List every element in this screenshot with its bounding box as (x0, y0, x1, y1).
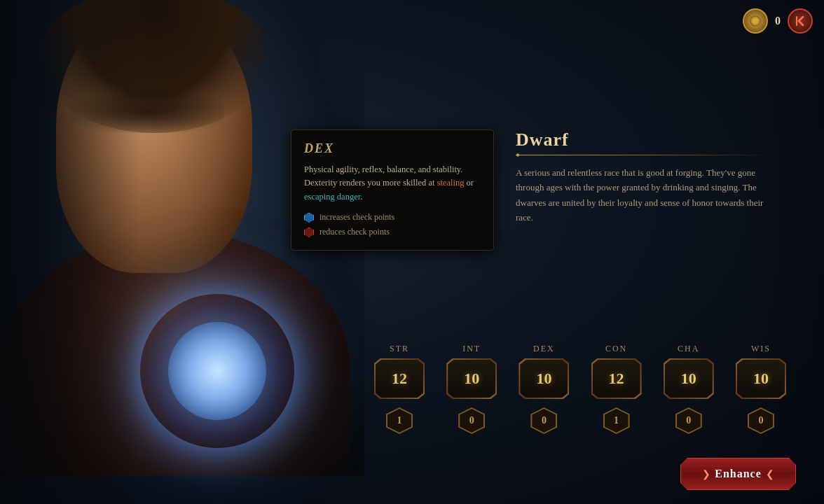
stat-box-wis[interactable]: 10 (733, 360, 789, 398)
magic-orb (140, 294, 294, 448)
mod-wrap-wis: 0 (733, 407, 789, 434)
dex-tooltip-title: DEX (304, 141, 481, 156)
legend-increase: increases check points (304, 212, 481, 223)
stat-label-con: CON (589, 344, 645, 354)
top-right-icons: 0 (743, 8, 813, 34)
stat-label-cha: CHA (661, 344, 717, 354)
race-divider (516, 155, 768, 155)
stat-labels-row: STR INT DEX CON CHA WIS (364, 344, 796, 354)
dex-middle-text: or (464, 178, 474, 188)
enhance-button-label: Enhance (715, 468, 762, 480)
mod-wrap-cha: 0 (661, 407, 717, 434)
stat-value-cha: 10 (681, 370, 696, 388)
stat-label-wis: WIS (733, 344, 789, 354)
race-panel: Dwarf A serious and relentless race that… (516, 130, 768, 225)
mod-value-int: 0 (469, 415, 474, 426)
stat-box-con[interactable]: 12 (589, 360, 645, 398)
dex-legend: increases check points reduces check poi… (304, 212, 481, 237)
dex-end-text: . (360, 192, 362, 202)
stat-value-con: 12 (609, 370, 624, 388)
enhance-left-arrow-icon: ❯ (702, 468, 710, 480)
mod-value-con: 1 (614, 415, 619, 426)
stat-value-str: 12 (392, 370, 407, 388)
mod-hex-dex: 0 (530, 407, 557, 434)
race-description: A serious and relentless race that is go… (516, 165, 768, 225)
mod-hex-cha: 0 (675, 407, 702, 434)
dex-highlight-stealing: stealing (437, 178, 465, 188)
dex-highlight-escaping: escaping danger (304, 192, 360, 202)
dex-tooltip-panel: DEX Physical agility, reflex, balance, a… (291, 130, 494, 251)
mod-wrap-dex: 0 (516, 407, 572, 434)
stat-value-dex: 10 (536, 370, 551, 388)
legend-reduce: reduces check points (304, 227, 481, 237)
mod-value-cha: 0 (686, 415, 691, 426)
mod-value-str: 1 (397, 415, 402, 426)
mod-hex-int: 0 (458, 407, 485, 434)
legend-increase-label: increases check points (320, 212, 394, 223)
character-eyes-area (70, 91, 224, 133)
stat-label-int: INT (444, 344, 500, 354)
stat-box-int[interactable]: 10 (444, 360, 500, 398)
mod-hex-wis: 0 (748, 407, 774, 434)
mod-wrap-str: 1 (371, 407, 427, 434)
dex-desc-line2: Dexterity renders you more skilled at (304, 178, 434, 188)
coin-icon (743, 8, 768, 34)
stat-modifiers-row: 1 0 0 1 (364, 407, 796, 434)
orb-inner-glow (168, 322, 266, 420)
stat-box-dex[interactable]: 10 (516, 360, 572, 398)
stat-box-str[interactable]: 12 (371, 360, 427, 398)
race-title: Dwarf (516, 130, 768, 150)
coin-count: 0 (775, 15, 781, 27)
legend-red-hex-icon (304, 227, 314, 237)
legend-reduce-label: reduces check points (320, 227, 390, 237)
mod-hex-str: 1 (386, 407, 413, 434)
stat-value-int: 10 (464, 370, 479, 388)
mod-value-wis: 0 (758, 415, 763, 426)
stat-label-str: STR (371, 344, 427, 354)
mod-wrap-int: 0 (444, 407, 500, 434)
enhance-button[interactable]: ❯ Enhance ❮ (680, 458, 796, 490)
mod-hex-con: 1 (603, 407, 630, 434)
stats-section: STR INT DEX CON CHA WIS 12 10 (364, 344, 796, 434)
mod-wrap-con: 1 (589, 407, 645, 434)
dex-tooltip-description: Physical agility, reflex, balance, and s… (304, 163, 481, 204)
dex-desc-line1: Physical agility, reflex, balance, and s… (304, 164, 462, 174)
mod-value-dex: 0 (542, 415, 547, 426)
stat-label-dex: DEX (516, 344, 572, 354)
stat-value-wis: 10 (753, 370, 769, 388)
stat-values-row: 12 10 10 12 (364, 360, 796, 398)
svg-point-1 (753, 18, 758, 24)
legend-blue-hex-icon (304, 213, 314, 223)
back-button[interactable] (788, 8, 813, 34)
stat-box-cha[interactable]: 10 (661, 360, 717, 398)
enhance-right-arrow-icon: ❮ (766, 468, 774, 480)
